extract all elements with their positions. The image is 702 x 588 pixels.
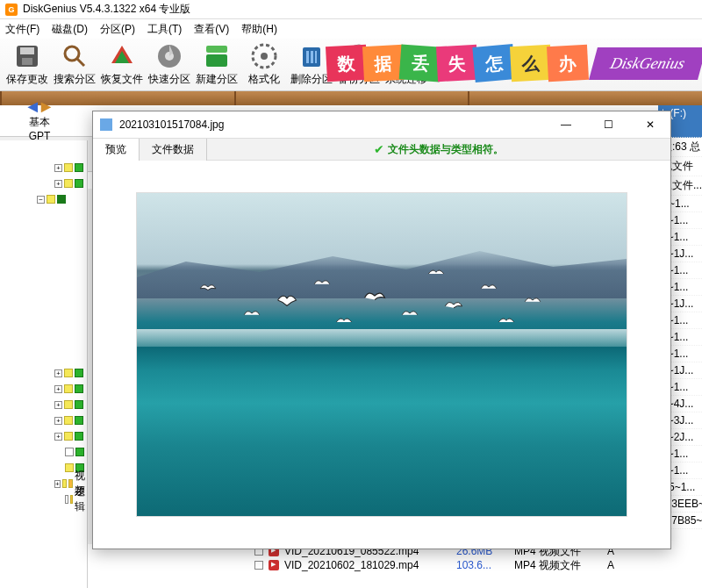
new-icon: [203, 42, 231, 70]
expand-icon[interactable]: +: [54, 401, 62, 409]
preview-status: ✔ 文件头数据与类型相符。: [207, 142, 670, 157]
maximize-button[interactable]: ☐: [595, 118, 621, 131]
minimize-button[interactable]: —: [553, 118, 579, 131]
expand-icon[interactable]: +: [54, 433, 62, 441]
promo-banner: 数 据 丢 失 怎 么 办 DiskGenius: [328, 39, 702, 88]
menubar: 文件(F) 磁盘(D) 分区(P) 工具(T) 查看(V) 帮助(H): [0, 19, 702, 39]
preview-titlebar[interactable]: 202103101517084.jpg — ☐ ✕: [93, 111, 670, 138]
save-button[interactable]: 保存更改: [4, 40, 51, 90]
folder-tree[interactable]: + + − + + + + + +视频 逻辑: [0, 140, 87, 511]
window-titlebar: G DiskGenius V5.4.3.1322 x64 专业版: [0, 0, 702, 19]
svg-rect-1: [20, 47, 34, 54]
disk-map-bar[interactable]: [0, 91, 702, 105]
collapse-icon[interactable]: −: [37, 196, 45, 204]
menu-partition[interactable]: 分区(P): [100, 22, 135, 37]
preview-window: 202103101517084.jpg — ☐ ✕ 预览 文件数据 ✔ 文件头数…: [92, 111, 671, 549]
svg-rect-9: [206, 54, 227, 67]
recover-icon: [108, 42, 136, 70]
checkmark-icon: ✔: [374, 142, 384, 156]
quick-icon: [155, 42, 183, 70]
toolbar: 保存更改 搜索分区 恢复文件 快速分区 新建分区 格式化 删除分区 备份分区 系…: [0, 39, 702, 91]
recover-button[interactable]: 恢复文件: [98, 40, 146, 90]
nav-basic-label: 基本: [0, 115, 79, 130]
svg-point-12: [261, 53, 268, 60]
image-file-icon: [100, 118, 112, 131]
expand-icon[interactable]: +: [54, 164, 62, 172]
banner-char-3: 丢: [399, 44, 442, 82]
video-file-icon: [269, 560, 279, 570]
tab-file-data[interactable]: 文件数据: [140, 139, 207, 161]
nav-back-icon[interactable]: ◀: [28, 99, 38, 113]
delete-icon: [297, 42, 326, 70]
quick-partition-button[interactable]: 快速分区: [146, 40, 193, 90]
menu-file[interactable]: 文件(F): [5, 22, 39, 37]
nav-forward-icon[interactable]: ▶: [41, 99, 51, 113]
svg-point-3: [65, 47, 79, 61]
banner-char-7: 办: [547, 45, 589, 82]
menu-help[interactable]: 帮助(H): [241, 22, 277, 37]
file-name: VID_20210602_181029.mp4: [284, 559, 451, 571]
banner-brand: DiskGenius: [589, 47, 702, 80]
nav-arrows: ◀ ▶ 基本 GPT: [0, 99, 79, 142]
close-button[interactable]: ✕: [637, 118, 663, 131]
file-size: 103.6...: [456, 559, 509, 571]
search-partition-button[interactable]: 搜索分区: [51, 40, 98, 90]
preview-filename: 202103101517084.jpg: [119, 118, 224, 131]
menu-tools[interactable]: 工具(T): [147, 22, 182, 37]
tab-preview[interactable]: 预览: [93, 139, 140, 161]
format-icon: [250, 42, 278, 70]
banner-char-6: 么: [510, 45, 552, 82]
expand-icon[interactable]: +: [54, 385, 62, 393]
expand-icon[interactable]: +: [54, 480, 61, 488]
expand-icon[interactable]: +: [54, 369, 62, 377]
menu-disk[interactable]: 磁盘(D): [52, 22, 88, 37]
file-attr: A: [607, 559, 614, 571]
banner-char-2: 据: [362, 45, 405, 82]
format-button[interactable]: 格式化: [240, 40, 288, 90]
magnifier-icon: [61, 42, 89, 70]
svg-rect-14: [306, 51, 309, 63]
file-type: MP4 视频文件: [514, 558, 602, 573]
preview-image: [136, 192, 627, 517]
preview-tabs: 预览 文件数据 ✔ 文件头数据与类型相符。: [93, 138, 670, 161]
svg-rect-10: [206, 46, 227, 53]
banner-char-1: 数: [326, 45, 368, 82]
svg-rect-15: [311, 51, 313, 63]
new-partition-button[interactable]: 新建分区: [193, 40, 240, 90]
checkbox[interactable]: [254, 561, 263, 570]
menu-view[interactable]: 查看(V): [194, 22, 229, 37]
file-row[interactable]: VID_20210602_181029.mp4 103.6... MP4 视频文…: [88, 558, 658, 572]
disk-icon: [13, 42, 41, 70]
expand-icon[interactable]: +: [54, 180, 62, 188]
svg-line-4: [77, 59, 84, 66]
tree-item-other[interactable]: 逻辑: [75, 484, 85, 514]
svg-rect-16: [315, 51, 317, 63]
tree-panel: + + − + + + + + +视频 逻辑: [0, 140, 88, 588]
expand-icon[interactable]: +: [54, 417, 62, 425]
svg-rect-2: [22, 58, 32, 65]
file-list: VID_20210619_085522.mp4 26.6MB MP4 视频文件 …: [88, 544, 658, 588]
preview-body: [93, 161, 670, 549]
window-title: DiskGenius V5.4.3.1322 x64 专业版: [23, 2, 190, 17]
app-icon: G: [5, 4, 18, 16]
